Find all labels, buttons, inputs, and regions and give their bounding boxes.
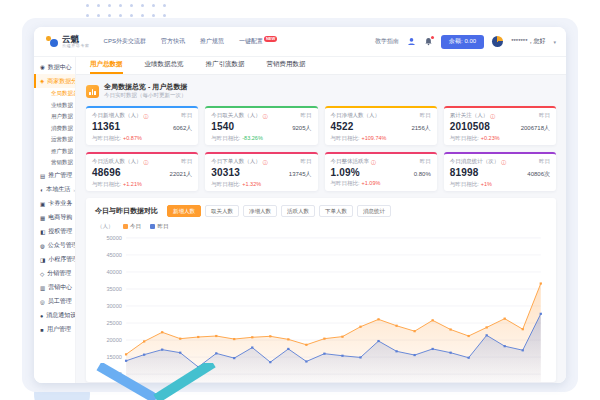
- new-badge: NEW: [264, 36, 277, 42]
- balance-button[interactable]: 余额: 0.00: [441, 35, 484, 49]
- chart-tab-message-count[interactable]: 消息统计: [357, 205, 391, 217]
- info-icon[interactable]: ⓘ: [371, 159, 376, 165]
- svg-text:30000: 30000: [106, 303, 122, 309]
- sidebar-item-promotion-mgmt[interactable]: ▤ 推广管理 ›: [34, 169, 75, 183]
- yesterday-label: 昨日: [181, 112, 192, 119]
- sidebar-item-user-mgmt[interactable]: ■ 用户管理: [34, 323, 75, 337]
- sidebar-subitem-global-overview[interactable]: 全局数据总览: [34, 88, 75, 100]
- avatar[interactable]: [492, 36, 503, 47]
- info-icon[interactable]: ⓘ: [490, 113, 495, 119]
- sidebar: ◉ 数据中心 ◈ 商家数据分析 全局数据总览 业绩数据 用户数据 消费数据 运营…: [34, 57, 76, 383]
- user-mgmt-icon: ■: [40, 327, 44, 333]
- sidebar-item-label: 商家数据分析: [47, 77, 76, 86]
- yesterday-value: 13745人: [289, 170, 312, 179]
- yesterday-label: 昨日: [301, 112, 312, 119]
- sidebar-item-marketing-center[interactable]: ▥ 营销中心: [34, 281, 75, 295]
- stat-value: 4522: [331, 121, 354, 132]
- stat-value: 30313: [211, 167, 240, 178]
- nav-one-click-setup-label: 一键配置: [239, 38, 263, 44]
- legend-yesterday[interactable]: 昨日: [150, 223, 169, 230]
- sidebar-item-distribution[interactable]: ◇ 分销管理: [34, 267, 75, 281]
- sidebar-item-label: 数据中心: [48, 63, 72, 72]
- chart-tab-net-growth[interactable]: 净增人数: [243, 205, 277, 217]
- chart-tab-active-users[interactable]: 活跃人数: [281, 205, 315, 217]
- sidebar-item-official-account[interactable]: ◍ 公众号管理: [34, 239, 75, 253]
- data-center-icon: ◉: [40, 64, 45, 70]
- sidebar-item-authorization[interactable]: ◧ 授权管理: [34, 225, 75, 239]
- sidebar-item-label: 用户管理: [47, 325, 71, 334]
- nav-cps-group[interactable]: CPS外卖交流群: [104, 37, 146, 46]
- sidebar-subitem-promotion-data[interactable]: 推广数据: [34, 146, 75, 158]
- tab-marketing-cost[interactable]: 营销费用数据: [267, 57, 306, 74]
- stat-value: 1540: [211, 121, 234, 132]
- legend-yesterday-swatch: [150, 224, 155, 229]
- main-area: 用户总数据 业绩数据总览 推广引流数据 营销费用数据 全局数据总览 - 用户总数…: [76, 57, 566, 383]
- info-icon[interactable]: ⓘ: [501, 159, 506, 165]
- official-account-icon: ◍: [40, 243, 45, 249]
- sidebar-item-local-life[interactable]: ◐ 本地生活 ›: [34, 183, 75, 197]
- notification-settings-icon: ●: [40, 313, 43, 319]
- chart-tab-new-users[interactable]: 新增人数: [167, 205, 201, 217]
- stat-label: 今日下单人数（人）: [211, 158, 261, 165]
- brand-logo[interactable]: 云魈 云端开店专家: [46, 35, 90, 49]
- sidebar-item-label: 员工管理: [48, 297, 72, 306]
- info-icon[interactable]: ⓘ: [144, 113, 149, 119]
- brand-title: 云魈: [62, 35, 90, 44]
- stat-value: 81998: [450, 167, 479, 178]
- svg-text:35000: 35000: [106, 286, 122, 292]
- axis-unit-label: （人）: [97, 223, 114, 230]
- legend-today-swatch: [123, 224, 128, 229]
- local-life-icon: ◐: [40, 187, 43, 193]
- chevron-down-icon[interactable]: ▾: [553, 39, 556, 45]
- sidebar-item-card-coupon[interactable]: ▣ 卡券业务 ›: [34, 197, 75, 211]
- compare-value: +109.74%: [362, 135, 387, 141]
- yesterday-value: 0.80%: [414, 171, 431, 177]
- nav-official-news[interactable]: 官方快讯: [161, 37, 185, 46]
- stat-card-activity-rate: 今日整体活跃率ⓘ昨日 1.09%0.80% 与昨日相比:+1.09%: [325, 152, 437, 191]
- guide-link[interactable]: 教学指南: [375, 37, 399, 46]
- sidebar-subitem-performance-data[interactable]: 业绩数据: [34, 100, 75, 112]
- sidebar-item-data-center[interactable]: ◉ 数据中心: [34, 60, 75, 74]
- sidebar-item-notification-settings[interactable]: ● 消息通知设置: [34, 309, 75, 323]
- nav-promotion-rules[interactable]: 推广规范: [200, 37, 224, 46]
- yesterday-value: 2156人: [411, 124, 430, 133]
- sidebar-subitem-marketing-data[interactable]: 营销数据: [34, 157, 75, 169]
- authorization-icon: ◧: [40, 229, 45, 235]
- merchant-analytics-icon: ◈: [40, 78, 44, 84]
- stat-value: 11361: [92, 121, 120, 132]
- legend-today[interactable]: 今日: [123, 223, 142, 230]
- username: *******，您好: [511, 37, 545, 46]
- tab-performance-overview[interactable]: 业绩数据总览: [145, 57, 184, 74]
- nav-one-click-setup[interactable]: 一键配置NEW: [239, 37, 277, 46]
- notification-dot: [431, 36, 434, 39]
- sidebar-item-staff-mgmt[interactable]: ◎ 员工管理: [34, 295, 75, 309]
- chart-tab-unfollow[interactable]: 取关人数: [205, 205, 239, 217]
- chart-tab-order-users[interactable]: 下单人数: [319, 205, 353, 217]
- app-header: 云魈 云端开店专家 CPS外卖交流群 官方快讯 推广规范 一键配置NEW 教学指…: [34, 27, 566, 57]
- info-icon[interactable]: ⓘ: [263, 159, 268, 165]
- sidebar-item-label: 分销管理: [47, 269, 71, 278]
- chart-metric-buttons: 新增人数 取关人数 净增人数 活跃人数 下单人数 消息统计: [167, 205, 391, 217]
- sidebar-subitem-consumption-data[interactable]: 消费数据: [34, 123, 75, 135]
- tab-user-total-data[interactable]: 用户总数据: [90, 57, 123, 74]
- decorative-v-logo: [96, 363, 216, 400]
- stat-label: 累计关注（人）: [450, 112, 489, 119]
- svg-text:20000: 20000: [106, 337, 122, 343]
- sidebar-item-merchant-analytics[interactable]: ◈ 商家数据分析: [34, 74, 75, 88]
- info-icon[interactable]: ⓘ: [144, 159, 149, 165]
- compare-label: 与昨日相比:: [450, 181, 479, 187]
- sidebar-item-ecommerce-guide[interactable]: ▦ 电商导购 ›: [34, 211, 75, 225]
- sidebar-item-label: 电商导购: [48, 213, 72, 222]
- comparison-chart: 5000045000400003500030000250002000015000…: [95, 232, 547, 382]
- sidebar-subitem-user-data[interactable]: 用户数据: [34, 111, 75, 123]
- info-icon[interactable]: ⓘ: [263, 113, 268, 119]
- user-service-icon[interactable]: [407, 37, 416, 46]
- sidebar-item-mini-program[interactable]: ◨ 小程序管理: [34, 253, 75, 267]
- tab-promotion-traffic[interactable]: 推广引流数据: [206, 57, 245, 74]
- sidebar-subitem-operation-data[interactable]: 运营数据: [34, 134, 75, 146]
- section-subtitle: 今日实时数据（每小时更新一次）: [104, 92, 187, 99]
- yesterday-value: 9205人: [292, 124, 311, 133]
- notification-bell-icon[interactable]: [424, 37, 433, 46]
- stat-card-active-users: 今日活跃人数（人）ⓘ昨日 4869622021人 与昨日相比:+1.21%: [86, 152, 198, 191]
- yesterday-value: 6062人: [173, 124, 192, 133]
